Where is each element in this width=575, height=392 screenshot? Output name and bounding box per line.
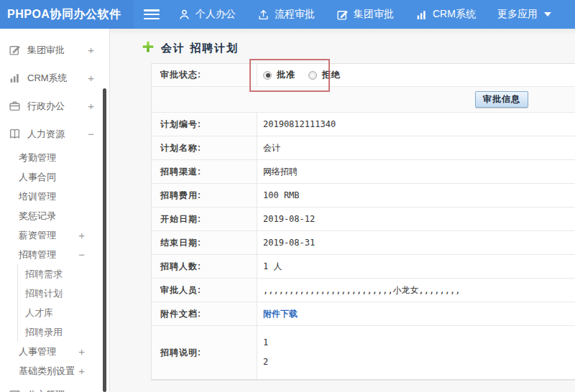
field-label: 招聘说明: bbox=[152, 326, 257, 379]
top-nav: 个人办公 流程审批 集团审批 CRM系统 更多应用 bbox=[178, 8, 551, 21]
sidebar: 集团审批 + CRM系统 + 行政办公 + 人力资源 − 考勤管理 人事合同 培… bbox=[0, 29, 110, 392]
sidebar-item[interactable]: CRM系统 + bbox=[0, 64, 109, 92]
field-label: 审批人员: bbox=[152, 279, 257, 302]
sidebar-item[interactable]: 招聘计划 bbox=[17, 284, 109, 303]
chart-icon bbox=[9, 72, 21, 84]
field-value: 2019-08-31 bbox=[257, 231, 575, 254]
app-logo[interactable]: PHPOA协同办公软件 bbox=[0, 0, 134, 29]
radio-icon bbox=[263, 71, 272, 80]
expander-icon[interactable]: + bbox=[78, 230, 85, 241]
sidebar-item[interactable]: 公文管理 + bbox=[0, 381, 109, 392]
field-label: 计划名称: bbox=[152, 136, 257, 159]
field-value: 附件下载 bbox=[257, 302, 575, 325]
nav-item[interactable]: CRM系统 bbox=[415, 8, 476, 21]
table-row: 审批人员: ,,,,,,,,,,,,,,,,,,,,,,,,,小龙女,,,,,,… bbox=[152, 279, 575, 302]
radio-option[interactable]: 拒绝 bbox=[308, 69, 341, 81]
field-value: 会计 bbox=[257, 136, 575, 159]
expander-icon[interactable]: + bbox=[88, 73, 94, 83]
nav-item[interactable]: 个人办公 bbox=[178, 8, 236, 21]
expander-icon[interactable]: − bbox=[78, 249, 85, 260]
field-value: 1 人 bbox=[257, 255, 575, 278]
expander-icon[interactable]: − bbox=[88, 129, 94, 139]
field-value: 2019-08-12 bbox=[257, 207, 575, 230]
sidebar-item[interactable]: 奖惩记录 bbox=[0, 206, 109, 225]
sidebar-item[interactable]: 培训管理 bbox=[0, 187, 109, 206]
detail-table: 审批状态: 批准 拒绝 审批信息 计划编号: 20190812111340 计划… bbox=[151, 63, 575, 381]
table-row: 招聘渠道: 网络招聘 bbox=[152, 160, 575, 184]
field-label: 开始日期: bbox=[152, 207, 257, 230]
sidebar-item[interactable]: 基础类别设置 + bbox=[0, 361, 109, 381]
table-row: 招聘说明: 1 2 bbox=[152, 326, 575, 380]
expander-icon[interactable]: + bbox=[88, 101, 94, 111]
field-label: 招聘人数: bbox=[152, 255, 257, 278]
page-title-bar: 会计 招聘计划 bbox=[110, 29, 575, 56]
sidebar-item[interactable]: 人才库 bbox=[17, 303, 109, 322]
sidebar-item[interactable]: 招聘管理 − bbox=[0, 245, 109, 264]
field-value: 20190812111340 bbox=[257, 113, 575, 136]
approval-status-row: 审批状态: 批准 拒绝 bbox=[152, 64, 575, 87]
sidebar-item[interactable]: 人事合同 bbox=[0, 167, 109, 187]
sidebar-scrollbar[interactable] bbox=[103, 88, 106, 392]
sidebar-item[interactable]: 行政办公 + bbox=[0, 92, 109, 120]
field-label: 审批状态: bbox=[152, 64, 257, 86]
table-row: 计划编号: 20190812111340 bbox=[152, 113, 575, 136]
field-value: 1 2 bbox=[257, 326, 575, 379]
edit-icon bbox=[336, 9, 349, 21]
menu-icon[interactable] bbox=[144, 9, 160, 19]
detail-rows: 计划编号: 20190812111340 计划名称: 会计 招聘渠道: 网络招聘… bbox=[152, 113, 575, 380]
radio-icon bbox=[308, 71, 317, 80]
attachment-download-link[interactable]: 附件下载 bbox=[263, 308, 298, 320]
field-value: 100 RMB bbox=[257, 184, 575, 207]
table-row: 开始日期: 2019-08-12 bbox=[152, 207, 575, 231]
field-value: 网络招聘 bbox=[257, 160, 575, 183]
table-row: 招聘人数: 1 人 bbox=[152, 255, 575, 279]
edit-icon bbox=[9, 44, 21, 56]
approval-info-button[interactable]: 审批信息 bbox=[475, 91, 528, 108]
expander-icon[interactable]: + bbox=[88, 45, 94, 55]
nav-item[interactable]: 流程审批 bbox=[257, 8, 315, 21]
sidebar-item[interactable]: 薪资管理 + bbox=[0, 225, 109, 245]
sidebar-item[interactable]: 招聘需求 bbox=[17, 264, 109, 284]
field-label: 招聘渠道: bbox=[152, 160, 257, 183]
approval-button-row: 审批信息 bbox=[152, 87, 575, 113]
sidebar-item[interactable]: 人力资源 − bbox=[0, 120, 109, 148]
sidebar-item[interactable]: 人事管理 + bbox=[0, 342, 109, 361]
sidebar-item[interactable]: 集团审批 + bbox=[0, 36, 109, 64]
book-icon bbox=[9, 128, 21, 140]
sidebar-item[interactable]: 招聘录用 bbox=[17, 322, 109, 342]
briefcase-icon bbox=[9, 100, 21, 112]
table-row: 招聘费用: 100 RMB bbox=[152, 184, 575, 207]
nav-item[interactable]: 更多应用 bbox=[497, 8, 551, 21]
field-label: 招聘费用: bbox=[152, 184, 257, 207]
table-row: 计划名称: 会计 bbox=[152, 136, 575, 160]
table-row: 结束日期: 2019-08-31 bbox=[152, 231, 575, 255]
phpoa-app: PHPOA协同办公软件 个人办公 流程审批 集团审批 CRM系统 更多应用 集团… bbox=[0, 0, 575, 392]
main-content: 会计 招聘计划 审批状态: 批准 拒绝 审批信息 计划编号: 201908121… bbox=[110, 29, 575, 392]
table-row: 附件文档: 附件下载 bbox=[152, 302, 575, 326]
radio-option[interactable]: 批准 bbox=[263, 69, 295, 81]
user-icon bbox=[178, 9, 190, 21]
caret-down-icon bbox=[544, 12, 551, 17]
field-value: ,,,,,,,,,,,,,,,,,,,,,,,,,小龙女,,,,,,,, bbox=[257, 279, 575, 302]
approval-status-options: 批准 拒绝 bbox=[257, 64, 575, 86]
chart-icon bbox=[415, 9, 428, 21]
folder-icon bbox=[9, 388, 21, 392]
nav-item[interactable]: 集团审批 bbox=[336, 8, 394, 21]
field-label: 结束日期: bbox=[152, 231, 257, 254]
expander-icon[interactable]: + bbox=[78, 346, 85, 357]
expander-icon[interactable]: + bbox=[78, 365, 85, 376]
expander-icon[interactable]: + bbox=[88, 389, 94, 392]
process-icon bbox=[257, 9, 270, 21]
top-bar: PHPOA协同办公软件 个人办公 流程审批 集团审批 CRM系统 更多应用 bbox=[0, 0, 575, 29]
field-label: 附件文档: bbox=[152, 302, 257, 325]
field-label: 计划编号: bbox=[152, 113, 257, 136]
sidebar-item[interactable]: 考勤管理 bbox=[0, 148, 109, 167]
add-icon bbox=[142, 40, 155, 56]
page-title: 会计 招聘计划 bbox=[161, 42, 239, 55]
